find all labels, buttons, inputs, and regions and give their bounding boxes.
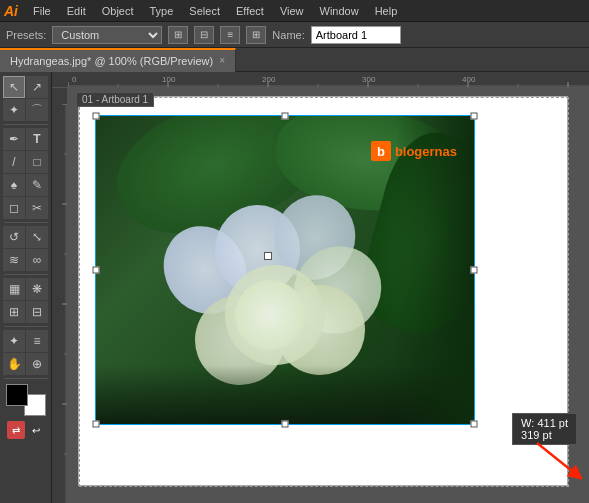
menu-edit[interactable]: Edit [60,3,93,19]
rotate-tool[interactable]: ↺ [3,226,25,248]
menu-select[interactable]: Select [182,3,227,19]
menu-file[interactable]: File [26,3,58,19]
artboard: b blogernas [78,96,568,486]
scissors-tool[interactable]: ✂ [26,197,48,219]
menu-bar: Ai File Edit Object Type Select Effect V… [0,0,589,22]
name-label: Name: [272,29,304,41]
blogernas-icon: b [371,141,391,161]
default-colors-icon[interactable]: ↩ [27,421,45,439]
zoom-tool[interactable]: ⊕ [26,353,48,375]
image-background [95,115,475,425]
text-tool[interactable]: T [26,128,48,150]
svg-line-28 [537,443,577,475]
image-area[interactable]: b blogernas [95,115,475,425]
new-artboard-icon[interactable]: ⊞ [168,26,188,44]
canvas-area[interactable]: 0 100 200 300 400 [52,72,589,503]
blogernas-logo: b blogernas [371,141,457,161]
options-bar: Presets: Custom ⊞ ⊟ ≡ ⊞ Name: [0,22,589,48]
preset-dropdown[interactable]: Custom [52,26,162,44]
swap-fill-stroke-icon[interactable]: ⇄ [7,421,25,439]
pencil-tool[interactable]: ✎ [26,174,48,196]
document-tab[interactable]: Hydrangeas.jpg* @ 100% (RGB/Preview) × [0,48,236,72]
app-logo: Ai [4,3,18,19]
tool-separator-4 [4,326,48,327]
selection-tool[interactable]: ↖ [3,76,25,98]
eraser-tool[interactable]: ◻ [3,197,25,219]
delete-artboard-icon[interactable]: ⊟ [194,26,214,44]
magic-wand-tool[interactable]: ✦ [3,99,25,121]
warp-tool[interactable]: ≋ [3,249,25,271]
blend-tool[interactable]: ∞ [26,249,48,271]
svg-text:0: 0 [72,75,77,84]
menu-object[interactable]: Object [95,3,141,19]
blogernas-text: blogernas [395,144,457,159]
menu-effect[interactable]: Effect [229,3,271,19]
menu-window[interactable]: Window [313,3,366,19]
artboard-options-icon[interactable]: ≡ [220,26,240,44]
tool-separator-1 [4,124,48,125]
right-dark-overlay [395,115,475,425]
toolbox: ↖ ↗ ✦ ⌒ ✒ T / □ ♠ ✎ ◻ ✂ ↺ ⤡ ≋ [0,72,52,503]
scale-tool[interactable]: ⤡ [26,226,48,248]
measure-tool[interactable]: ≡ [26,330,48,352]
presets-label: Presets: [6,29,46,41]
menu-help[interactable]: Help [368,3,405,19]
menu-type[interactable]: Type [143,3,181,19]
line-tool[interactable]: / [3,151,25,173]
petal-inner [235,280,305,350]
resize-arrow-indicator [527,433,587,485]
svg-text:200: 200 [262,75,276,84]
chart-tool[interactable]: ▦ [3,278,25,300]
canvas-viewport: 01 - Artboard 1 [68,88,589,503]
ruler-left [52,88,68,503]
tab-label: Hydrangeas.jpg* @ 100% (RGB/Preview) [10,55,213,67]
menu-view[interactable]: View [273,3,311,19]
hand-tool[interactable]: ✋ [3,353,25,375]
eyedropper-tool[interactable]: ✦ [3,330,25,352]
artboard-tool[interactable]: ⊞ [3,301,25,323]
center-point [264,252,272,260]
svg-text:400: 400 [462,75,476,84]
direct-selection-tool[interactable]: ↗ [26,76,48,98]
size-width: W: 411 pt [521,417,568,429]
main-layout: ↖ ↗ ✦ ⌒ ✒ T / □ ♠ ✎ ◻ ✂ ↺ ⤡ ≋ [0,72,589,503]
ruler-top: 0 100 200 300 400 [52,72,589,88]
tool-separator-5 [4,378,48,379]
fill-indicator[interactable] [6,384,28,406]
svg-text:100: 100 [162,75,176,84]
symbol-tool[interactable]: ❋ [26,278,48,300]
artboard-name-input[interactable] [311,26,401,44]
tool-separator-3 [4,274,48,275]
paintbrush-tool[interactable]: ♠ [3,174,25,196]
shape-tool[interactable]: □ [26,151,48,173]
artboard-label: 01 - Artboard 1 [76,92,154,107]
close-tab-icon[interactable]: × [219,55,225,66]
svg-text:300: 300 [362,75,376,84]
lasso-tool[interactable]: ⌒ [26,99,48,121]
tab-bar: Hydrangeas.jpg* @ 100% (RGB/Preview) × [0,48,589,72]
pen-tool[interactable]: ✒ [3,128,25,150]
rearrange-icon[interactable]: ⊞ [246,26,266,44]
tool-separator-2 [4,222,48,223]
slice-tool[interactable]: ⊟ [26,301,48,323]
